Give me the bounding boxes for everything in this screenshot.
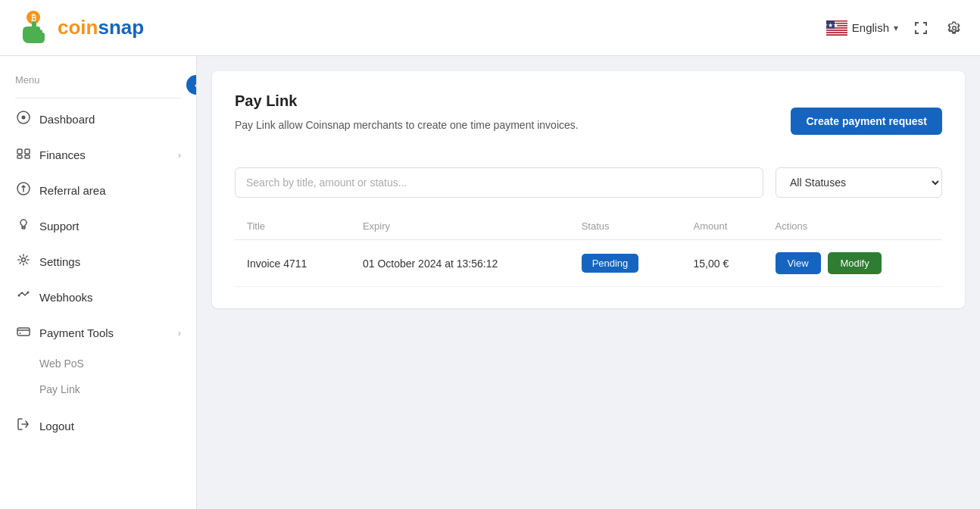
menu-label: Menu — [0, 68, 196, 95]
svg-point-25 — [22, 258, 26, 262]
sidebar-sub-item-web-pos[interactable]: Web PoS — [0, 351, 196, 376]
referral-icon — [15, 181, 32, 200]
sidebar-sub-item-pay-link[interactable]: Pay Link — [0, 376, 196, 402]
logo-coin: coin — [58, 16, 98, 39]
invoices-table: Title Expiry Status Amount Actions Invoi… — [235, 213, 942, 287]
svg-text:★★★: ★★★ — [826, 22, 838, 29]
language-selector[interactable]: ★★★ English ▾ — [826, 20, 898, 36]
finances-arrow-icon: › — [178, 149, 181, 161]
invoice-amount: 15,00 € — [682, 240, 763, 287]
svg-rect-22 — [25, 155, 30, 158]
col-amount: Amount — [682, 213, 763, 240]
table-row: Invoice 4711 01 October 2024 at 13:56:12… — [235, 240, 942, 287]
webhooks-icon — [15, 288, 32, 307]
svg-rect-19 — [17, 149, 22, 154]
svg-rect-24 — [22, 227, 25, 229]
sidebar-item-logout[interactable]: Logout — [0, 408, 196, 444]
view-button[interactable]: View — [776, 252, 821, 274]
table-header: Title Expiry Status Amount Actions — [235, 213, 942, 240]
svg-point-26 — [18, 295, 20, 297]
language-label: English — [852, 21, 889, 34]
invoice-actions: View Modify — [763, 240, 942, 287]
sidebar-item-webhooks-label: Webhooks — [39, 291, 181, 304]
logo-area: ₿ coinsnap — [15, 10, 144, 46]
title-desc: Pay Link Pay Link allow Coinsnap merchan… — [235, 92, 579, 149]
sidebar-item-finances-label: Finances — [39, 148, 170, 161]
sidebar-divider — [15, 98, 181, 98]
flag-icon: ★★★ — [826, 20, 847, 36]
dashboard-icon — [15, 110, 32, 129]
svg-rect-20 — [25, 149, 30, 154]
logo-icon: ₿ — [15, 10, 51, 46]
sidebar-item-dashboard-label: Dashboard — [39, 113, 181, 126]
page-title: Pay Link — [235, 92, 579, 110]
sidebar-item-settings[interactable]: Settings — [0, 244, 196, 279]
invoice-expiry: 01 October 2024 at 13:56:12 — [351, 240, 570, 287]
invoice-status: Pending — [570, 240, 682, 287]
sidebar-item-referral[interactable]: Referral area — [0, 173, 196, 208]
sidebar-item-payment-tools[interactable]: Payment Tools › — [0, 315, 196, 351]
sidebar-item-referral-label: Referral area — [39, 184, 181, 197]
sidebar-item-settings-label: Settings — [39, 255, 181, 268]
settings-nav-icon — [15, 252, 32, 271]
payment-tools-arrow-icon: › — [178, 327, 181, 339]
search-input[interactable] — [235, 167, 763, 198]
invoice-title: Invoice 4711 — [235, 240, 351, 287]
content-area: Pay Link Pay Link allow Coinsnap merchan… — [197, 56, 980, 509]
svg-rect-9 — [826, 28, 847, 30]
sidebar-item-dashboard[interactable]: Dashboard — [0, 101, 196, 137]
header-right: ★★★ English ▾ — [826, 17, 965, 39]
sidebar-item-payment-tools-label: Payment Tools — [39, 326, 170, 339]
sidebar-item-support-label: Support — [39, 220, 181, 233]
sidebar-sub-web-pos-label: Web PoS — [39, 358, 84, 370]
content-card: Pay Link Pay Link allow Coinsnap merchan… — [212, 71, 965, 308]
settings-icon[interactable] — [944, 17, 965, 39]
create-payment-request-button[interactable]: Create payment request — [791, 108, 942, 135]
sidebar-item-support[interactable]: Support — [0, 208, 196, 244]
status-badge: Pending — [582, 254, 639, 273]
filter-row: All Statuses Pending Completed Expired C… — [235, 167, 942, 198]
col-title: Title — [235, 213, 351, 240]
svg-rect-21 — [17, 155, 22, 158]
svg-rect-11 — [826, 30, 847, 32]
svg-point-29 — [20, 333, 21, 334]
logo-snap: snap — [98, 16, 144, 39]
title-action-row: Pay Link Pay Link allow Coinsnap merchan… — [235, 92, 942, 149]
svg-rect-10 — [826, 30, 847, 31]
svg-rect-28 — [17, 328, 30, 336]
table-body: Invoice 4711 01 October 2024 at 13:56:12… — [235, 240, 942, 287]
col-actions: Actions — [763, 213, 942, 240]
svg-point-18 — [22, 116, 26, 120]
header: ₿ coinsnap — [0, 0, 980, 56]
page-description: Pay Link allow Coinsnap merchants to cre… — [235, 119, 579, 131]
svg-point-27 — [27, 292, 30, 294]
modify-button[interactable]: Modify — [828, 252, 881, 274]
support-icon — [15, 217, 32, 236]
svg-rect-12 — [826, 32, 847, 33]
status-filter-select[interactable]: All Statuses Pending Completed Expired C… — [776, 167, 942, 198]
chevron-down-icon: ▾ — [894, 23, 898, 33]
sidebar-item-webhooks[interactable]: Webhooks — [0, 279, 196, 315]
fullscreen-icon[interactable] — [910, 17, 932, 39]
col-expiry: Expiry — [351, 213, 570, 240]
sidebar: Menu Dashboard Finances › Referral area — [0, 56, 197, 509]
sidebar-sub-pay-link-label: Pay Link — [39, 383, 80, 395]
logout-icon — [15, 417, 32, 436]
payment-tools-icon — [15, 323, 32, 342]
logo-text: coinsnap — [58, 16, 144, 39]
finances-icon — [15, 145, 32, 164]
sidebar-logout-label: Logout — [39, 420, 181, 432]
sidebar-item-finances[interactable]: Finances › — [0, 137, 196, 173]
col-status: Status — [570, 213, 682, 240]
svg-rect-14 — [826, 34, 847, 36]
main-layout: Menu Dashboard Finances › Referral area — [0, 56, 980, 509]
svg-rect-13 — [826, 33, 847, 34]
